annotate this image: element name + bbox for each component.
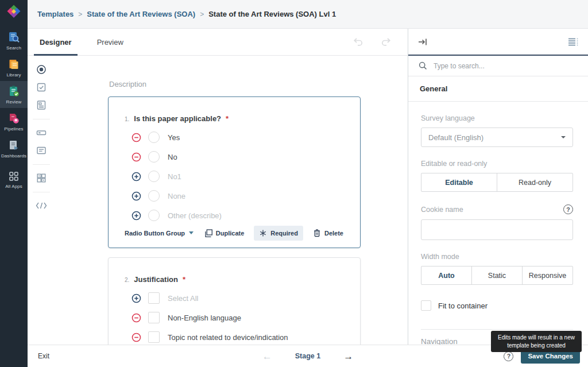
add-choice-icon[interactable] <box>131 172 141 181</box>
duplicate-icon <box>204 229 212 237</box>
width-mode-segmented: Auto Static Responsive <box>421 266 573 285</box>
choice-label[interactable]: No <box>168 153 177 161</box>
question-card-2[interactable]: 2. Justification * Select <box>108 257 361 345</box>
radio-placeholder[interactable] <box>148 210 160 221</box>
sidebar-item-all-apps[interactable]: All Apps <box>0 167 28 192</box>
choice-row: Topic not related to device/indication <box>131 327 344 345</box>
breadcrumb: Templates > State of the Art Reviews (SO… <box>28 0 588 29</box>
cookie-name-input[interactable] <box>421 219 573 240</box>
segment-editable[interactable]: Editable <box>421 173 497 191</box>
breadcrumb-soa[interactable]: State of the Art Reviews (SOA) <box>87 10 195 18</box>
remove-choice-icon[interactable] <box>131 152 141 162</box>
cookie-name-label: Cookie name <box>421 206 463 214</box>
properties-panel-header <box>408 29 588 56</box>
required-star-icon <box>259 229 267 237</box>
choice-row: Select All <box>131 288 344 308</box>
add-choice-icon[interactable] <box>131 191 141 201</box>
radio-placeholder[interactable] <box>148 171 160 182</box>
save-warning-tooltip: Edits made will result in a new template… <box>491 331 582 352</box>
segment-auto[interactable]: Auto <box>421 266 471 284</box>
survey-language-select[interactable]: Default (English) <box>421 128 573 147</box>
duplicate-button[interactable]: Duplicate <box>199 226 250 241</box>
add-choice-icon[interactable] <box>131 211 141 221</box>
toolbox-html[interactable] <box>35 199 48 211</box>
library-folder-icon <box>7 58 20 71</box>
collapse-panel-icon[interactable] <box>417 36 428 48</box>
choice-label[interactable]: No1 <box>168 172 181 181</box>
add-choice-icon[interactable] <box>131 293 141 303</box>
question-card-1[interactable]: 1. Is this paper applicable? * <box>108 96 361 248</box>
segment-static[interactable]: Static <box>471 266 522 284</box>
app-logo[interactable] <box>6 0 21 27</box>
segment-read-only[interactable]: Read-only <box>497 173 572 191</box>
choice-label[interactable]: Topic not related to device/indication <box>168 333 288 342</box>
width-mode-label: Width mode <box>421 253 573 261</box>
question-type-label: Radio Button Group <box>125 230 185 237</box>
property-grid-icon[interactable] <box>567 37 579 47</box>
section-general[interactable]: General <box>408 76 588 102</box>
radio-placeholder[interactable] <box>148 190 160 202</box>
exit-button[interactable]: Exit <box>38 352 49 360</box>
sidebar-item-review[interactable]: Review <box>0 81 28 108</box>
sidebar-item-pipelines[interactable]: Pipelines <box>0 108 28 135</box>
previous-stage-arrow-icon[interactable]: ← <box>262 351 272 361</box>
question-title[interactable]: Justification <box>134 275 178 284</box>
question-title[interactable]: Is this paper applicable? <box>134 114 221 123</box>
required-toggle-button[interactable]: Required <box>254 226 303 241</box>
trash-icon <box>313 229 321 237</box>
help-icon[interactable] <box>504 351 513 361</box>
survey-description-placeholder[interactable]: Description <box>109 80 146 88</box>
stage-label: Stage 1 <box>295 352 320 360</box>
remove-choice-icon[interactable] <box>131 333 141 342</box>
delete-button[interactable]: Delete <box>308 225 349 241</box>
toolbox-matrix[interactable] <box>36 172 47 184</box>
choice-label[interactable]: None <box>168 192 185 200</box>
toolbox-dropdown[interactable] <box>36 99 47 111</box>
toolbox-radiogroup[interactable] <box>36 63 47 75</box>
fit-to-container-label: Fit to container <box>438 302 488 310</box>
sidebar-item-library[interactable]: Library <box>0 54 28 81</box>
toolbox-single-input[interactable] <box>36 126 47 138</box>
radio-placeholder[interactable] <box>148 151 160 163</box>
comment-icon <box>36 145 47 156</box>
tab-preview[interactable]: Preview <box>95 29 126 55</box>
undo-icon[interactable] <box>351 36 364 48</box>
choice-label[interactable]: Yes <box>168 133 180 142</box>
app-root: Search Library Review <box>0 0 588 367</box>
checkbox-placeholder[interactable] <box>148 312 160 323</box>
editable-mode-segmented: Editable Read-only <box>421 173 573 192</box>
checkbox-placeholder[interactable] <box>148 292 160 304</box>
sidebar-item-dashboards[interactable]: Dashboards <box>0 135 28 162</box>
redo-icon[interactable] <box>380 36 393 48</box>
required-asterisk: * <box>226 114 229 123</box>
help-icon[interactable] <box>563 204 573 214</box>
fit-to-container-row[interactable]: Fit to container <box>421 300 573 311</box>
search-doc-icon <box>7 31 20 44</box>
fit-to-container-checkbox[interactable] <box>421 300 431 311</box>
checkbox-placeholder[interactable] <box>148 331 160 343</box>
code-icon <box>35 201 48 210</box>
next-stage-arrow-icon[interactable]: → <box>343 351 353 361</box>
segment-responsive[interactable]: Responsive <box>522 266 572 284</box>
sidebar-label: All Apps <box>5 184 22 189</box>
properties-body: Survey language Default (English) Editab… <box>408 102 588 345</box>
properties-search <box>408 56 588 76</box>
question-number: 1. <box>125 116 129 122</box>
sidebar-item-search[interactable]: Search <box>0 27 28 54</box>
breadcrumb-templates[interactable]: Templates <box>37 10 74 18</box>
choice-row: Other (describe) <box>131 206 344 225</box>
remove-choice-icon[interactable] <box>131 133 141 142</box>
choice-row: Non-English language <box>131 308 344 327</box>
toolbox-checkbox[interactable] <box>36 81 47 93</box>
question-type-dropdown[interactable]: Radio Button Group <box>125 230 194 237</box>
choice-label[interactable]: Other (describe) <box>168 211 222 220</box>
tab-designer[interactable]: Designer <box>37 29 74 55</box>
designer-work-area: Designer Preview <box>28 29 408 345</box>
remove-choice-icon[interactable] <box>131 313 141 323</box>
properties-search-input[interactable] <box>434 62 578 70</box>
chevron-down-icon <box>561 136 566 138</box>
choice-label[interactable]: Select All <box>168 294 198 303</box>
radio-placeholder[interactable] <box>148 132 160 143</box>
toolbox-comment[interactable] <box>36 144 47 156</box>
choice-label[interactable]: Non-English language <box>168 314 241 322</box>
